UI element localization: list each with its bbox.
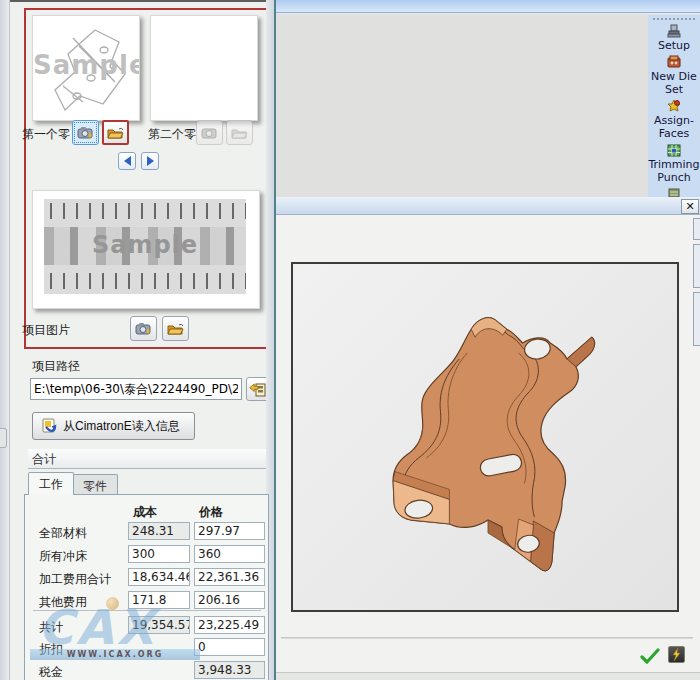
import-from-cimatrone-button[interactable]: 从CimatronE读入信息	[32, 412, 195, 440]
toolbar-item-trimming-punch[interactable]: Trimming Punch	[648, 143, 700, 184]
price-tax: 3,948.33	[194, 661, 265, 679]
right-edge-scroll-segments[interactable]	[693, 218, 700, 348]
tab-work[interactable]: 工作	[28, 472, 74, 495]
toolbar-label-trimming-punch: Trimming Punch	[648, 158, 699, 184]
help-bolt-glyph	[669, 647, 684, 662]
window-title-strip	[276, 0, 700, 13]
background-panel-edge	[0, 0, 10, 680]
open-folder-icon	[231, 126, 249, 140]
part-3d-viewport[interactable]	[291, 262, 679, 612]
copper-bracket-3d-part	[293, 264, 677, 610]
part2-label: 第二个零	[148, 126, 196, 143]
sample-watermark: Sample	[44, 231, 246, 259]
row-label-discount: 折扣	[39, 641, 63, 658]
row-label-machining-total: 加工费用合计	[39, 571, 111, 588]
scroll-segment[interactable]	[693, 292, 700, 346]
project-picture-frame[interactable]: Sample	[32, 190, 260, 309]
part1-thumbnail[interactable]: Sample	[32, 15, 140, 121]
strip-pattern-top	[44, 203, 246, 219]
window-bottom-edge	[276, 672, 700, 680]
cimatrone-import-icon	[41, 418, 58, 435]
ok-check-icon[interactable]	[640, 648, 660, 664]
part1-snapshot-button[interactable]	[72, 120, 99, 145]
strip-pattern-bottom	[44, 273, 246, 289]
arrow-left-icon	[124, 156, 131, 166]
part2-thumbnail[interactable]	[150, 15, 258, 121]
camera-icon	[77, 126, 95, 140]
project-picture-label: 项目图片	[22, 322, 70, 339]
dialog-footer	[276, 640, 700, 672]
cost-all-materials: 248.31	[128, 522, 190, 540]
part1-label: 第一个零	[22, 126, 70, 143]
import-button-label: 从CimatronE读入信息	[63, 418, 180, 435]
partial-tool-icon	[666, 187, 682, 197]
setup-icon	[666, 24, 682, 38]
camera-icon	[135, 322, 153, 336]
toolbar-item-partial[interactable]	[648, 187, 700, 197]
toolbar-item-new-die-set[interactable]: New Die Set	[648, 55, 700, 96]
footer-divider	[281, 637, 693, 639]
row-label-other-costs: 其他费用	[39, 594, 87, 611]
open-folder-icon	[107, 126, 125, 140]
row-label-all-materials: 全部材料	[39, 525, 87, 542]
help-icon[interactable]	[668, 646, 685, 663]
project-picture-open-button[interactable]	[162, 316, 189, 341]
price-discount[interactable]: 0	[194, 638, 265, 656]
price-all-presses[interactable]: 360	[194, 545, 265, 563]
trimming-punch-icon	[666, 143, 682, 157]
cost-other-costs[interactable]: 171.8	[128, 591, 190, 609]
price-grand-total[interactable]: 23,225.49	[194, 616, 265, 634]
prev-part-button[interactable]	[118, 152, 136, 170]
sample-watermark: Sample	[33, 50, 139, 80]
price-machining-total[interactable]: 22,361.36	[194, 568, 265, 586]
cad-background-area	[276, 14, 700, 197]
collapsed-panel-handle[interactable]	[0, 428, 7, 448]
part1-open-button[interactable]	[102, 120, 129, 145]
browse-form-icon	[249, 381, 267, 397]
totals-group-header: 合计	[28, 449, 269, 469]
project-info-panel: Sample 第一个零 第二个零	[10, 0, 266, 680]
close-icon[interactable]: ✕	[681, 199, 699, 214]
toolbar-label-setup: Setup	[658, 39, 690, 52]
camera-icon	[201, 126, 219, 140]
dialog-header-strip	[276, 197, 700, 215]
project-path-label: 项目路径	[32, 358, 80, 375]
project-picture-image: Sample	[44, 199, 246, 294]
scroll-segment[interactable]	[693, 218, 700, 240]
cost-machining-total[interactable]: 18,634.46	[128, 568, 190, 586]
cost-grand-total: 19,354.57	[128, 616, 190, 634]
assign-faces-icon	[666, 99, 682, 113]
project-path-input[interactable]	[30, 378, 242, 400]
new-die-set-icon	[666, 55, 682, 69]
price-other-costs[interactable]: 206.16	[194, 591, 265, 609]
open-folder-icon	[167, 322, 185, 336]
totals-table: 成本 价格 全部材料 248.31 297.97 所有冲床 300 360 加工…	[24, 494, 269, 680]
price-all-materials[interactable]: 297.97	[194, 522, 265, 540]
die-design-toolbar: Setup New Die Set Assign- Faces Trimming…	[648, 15, 700, 197]
part2-snapshot-button[interactable]	[196, 120, 223, 145]
toolbar-drag-handle[interactable]	[653, 18, 695, 20]
cost-all-presses[interactable]: 300	[128, 545, 190, 563]
arrow-right-icon	[147, 156, 154, 166]
table-divider	[33, 610, 261, 611]
row-label-all-presses: 所有冲床	[39, 548, 87, 565]
column-header-cost: 成本	[133, 504, 157, 521]
toolbar-item-assign-faces[interactable]: Assign- Faces	[648, 99, 700, 140]
toolbar-item-setup[interactable]: Setup	[648, 24, 700, 52]
scroll-segment[interactable]	[693, 244, 700, 288]
next-part-button[interactable]	[141, 152, 159, 170]
row-label-tax: 税金	[39, 664, 63, 680]
project-picture-snapshot-button[interactable]	[130, 316, 157, 341]
part2-open-button[interactable]	[226, 120, 253, 145]
row-label-grand-total: 共计	[39, 619, 63, 636]
toolbar-label-assign-faces: Assign- Faces	[654, 114, 694, 140]
toolbar-label-new-die-set: New Die Set	[651, 70, 697, 96]
column-header-price: 价格	[199, 504, 223, 521]
tab-parts[interactable]: 零件	[72, 474, 118, 494]
